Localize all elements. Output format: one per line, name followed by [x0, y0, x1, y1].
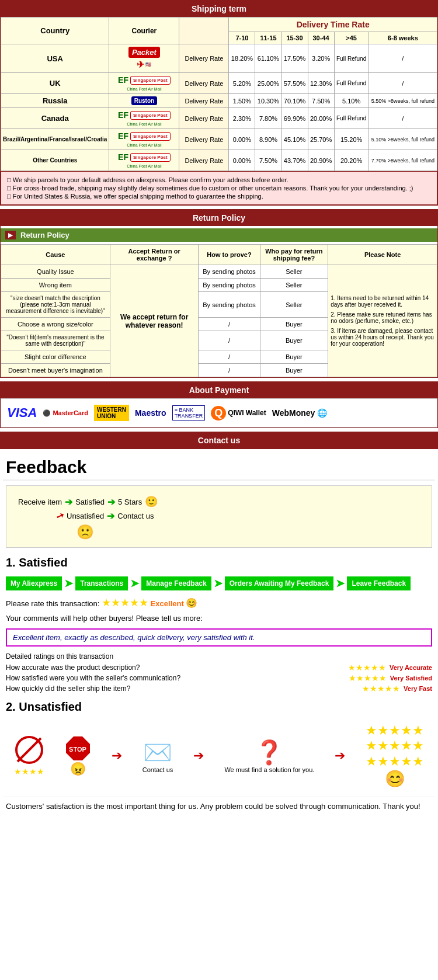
country-canada: Canada	[1, 108, 109, 129]
col-45: >45	[334, 32, 369, 44]
cause-quality: Quality Issue	[1, 265, 110, 279]
mastercard-logo: ⚫ MasterCard	[43, 409, 88, 417]
other-45: 20.20%	[334, 150, 369, 171]
country-header: Country	[1, 18, 109, 44]
feedback-heading: Feedback	[3, 453, 435, 481]
cause-imagination: Doesn't meet buyer's imagination	[1, 364, 110, 377]
angry-face-icon: 😠	[70, 762, 86, 777]
step-arrow-2: ➤	[130, 577, 139, 590]
find-solution-label: We must find a solution for you.	[224, 766, 314, 773]
rating-value-1: Very Accurate	[390, 664, 432, 671]
usa-11-15: 61.10%	[255, 44, 281, 73]
delivery-rate-russia: Delivery Rate	[179, 94, 229, 108]
courier-brazil: EF Singapore Post China Post Air Mail	[109, 129, 179, 150]
uk-30-44: 12.30%	[308, 73, 334, 94]
rating-value-3: Very Fast	[404, 685, 432, 692]
delivery-rate-uk: Delivery Rate	[179, 73, 229, 94]
no-entry-icon	[15, 735, 44, 764]
pays-color-diff: Buyer	[260, 350, 328, 364]
no-entry-group: ★★★★	[14, 735, 44, 776]
usa-6-8: /	[369, 44, 437, 73]
comment-prompt: Your comments will help other buyers! Pl…	[3, 611, 435, 625]
step-manage: Manage Feedback	[141, 576, 211, 590]
visa-logo: VISA	[7, 405, 37, 421]
courier-other: EF Singapore Post China Post Air Mail	[109, 150, 179, 171]
frown-emoji: 🙁	[77, 524, 420, 540]
rating-row-3: How quickly did the seller ship the item…	[6, 684, 432, 693]
prove-color-diff: /	[199, 350, 260, 364]
rating-label-1: How accurate was the product description…	[6, 663, 345, 672]
shipping-title: Shipping term	[1, 1, 437, 17]
smiley-excellent: 😊	[186, 598, 197, 608]
cause-doesnt-fit: "Doesn't fit(item's measurement is the s…	[1, 331, 110, 350]
country-other: Other Countries	[1, 150, 109, 171]
country-uk: UK	[1, 73, 109, 94]
rate-line: Please rate this transaction: ★★★★★ Exce…	[3, 594, 435, 611]
uk-11-15: 25.00%	[255, 73, 281, 94]
cause-color-diff: Slight color difference	[1, 350, 110, 364]
prove-imagination: /	[199, 364, 260, 377]
right-arrow-icon-2: ➔	[193, 748, 204, 763]
stars-label: 5 Stars	[118, 498, 142, 506]
note-item-1: 1. Items need to be returned within 14 d…	[331, 295, 434, 308]
other-6-8: 7.70% >8weeks, full refund	[369, 150, 437, 171]
table-row: USA Packet ✈ 🇺🇸 Delivery Rate 18.20% 61.…	[1, 44, 437, 73]
shipping-notes: □ We ship parcels to your default addres…	[1, 171, 437, 205]
pays-size: Seller	[260, 292, 328, 318]
stop-sign-icon: STOP	[65, 735, 91, 762]
table-row: Russia Ruston Delivery Rate 1.50% 10.30%…	[1, 94, 437, 108]
step-arrow-1: ➤	[64, 577, 73, 590]
arrow-1: ➔	[65, 496, 72, 508]
bad-stars: ★★★★	[14, 767, 44, 776]
courier-russia: Ruston	[109, 94, 179, 108]
rating-label-2: How satisfied were you with the seller's…	[6, 674, 345, 682]
aliexpress-steps: My Aliexpress ➤ Transactions ➤ Manage Fe…	[3, 573, 435, 594]
usa-15-30: 17.50%	[281, 44, 308, 73]
note-item-3: 3. If items are damaged, please contact …	[331, 328, 434, 347]
contact-title: Contact us	[1, 432, 437, 449]
contact-section: Contact us	[0, 432, 438, 449]
unsatisfied-heading: 2. Unsatisfied	[3, 697, 435, 717]
return-icon: ▶	[5, 231, 16, 239]
delivery-rate-header	[179, 18, 229, 44]
pays-quality: Seller	[260, 265, 328, 279]
uk-7-10: 5.20%	[229, 73, 255, 94]
rating-stars-2: ★★★★★	[349, 673, 387, 683]
good-stars-group: ★★★★★★★★★★★★★★★ 😊	[366, 723, 424, 788]
courier-usa: Packet ✈ 🇺🇸	[109, 44, 179, 73]
delivery-time-header: Delivery Time Rate	[229, 18, 437, 32]
prove-wrong-size: /	[199, 318, 260, 331]
satisfied-flow: Receive item ➔ Satisfied ➔ 5 Stars 🙂	[18, 495, 420, 508]
rating-row-2: How satisfied were you with the seller's…	[6, 673, 432, 683]
shipping-section: Shipping term Country Courier Delivery T…	[0, 0, 438, 206]
excellent-label: Excellent	[151, 599, 184, 608]
brazil-45: 15.20%	[334, 129, 369, 150]
maestro-logo: Maestro	[135, 408, 166, 418]
return-table: Cause Accept Return or exchange ? How to…	[1, 244, 437, 377]
who-pays-header: Who pay for return shipping fee?	[260, 245, 328, 265]
other-30-44: 20.90%	[308, 150, 334, 171]
feedback-flow-box: Receive item ➔ Satisfied ➔ 5 Stars 🙂 ➚ U…	[6, 485, 432, 548]
russia-11-15: 10.30%	[255, 94, 281, 108]
courier-logo-usa: Packet ✈ 🇺🇸	[111, 47, 177, 70]
table-row: Brazil/Argentina/France/Israel/Croatia E…	[1, 129, 437, 150]
right-arrow-icon-3: ➔	[335, 748, 345, 763]
step-arrow-3: ➤	[214, 577, 223, 590]
email-group: ✉️ Contact us	[142, 739, 173, 773]
uk-45: Full Refund	[334, 73, 369, 94]
russia-15-30: 70.10%	[281, 94, 308, 108]
arrow-2: ➔	[107, 496, 115, 508]
bank-transfer-logo: ≡ BANKTRANSFER	[172, 405, 206, 421]
satisfied-heading: 1. Satisfied	[3, 552, 435, 573]
return-policy-label: Return Policy	[20, 231, 69, 239]
col-7-10: 7-10	[229, 32, 255, 44]
brazil-15-30: 45.10%	[281, 129, 308, 150]
rate-text: Please rate this transaction:	[6, 599, 99, 608]
five-stars: ★★★★★	[102, 597, 148, 609]
webmoney-logo: WebMoney 🌐	[272, 408, 328, 418]
cause-header: Cause	[1, 245, 110, 265]
accept-all: We accept return for whatever reason!	[110, 265, 199, 377]
other-7-10: 0.00%	[229, 150, 255, 171]
courier-header: Courier	[109, 18, 179, 44]
prove-header: How to prove?	[199, 245, 260, 265]
